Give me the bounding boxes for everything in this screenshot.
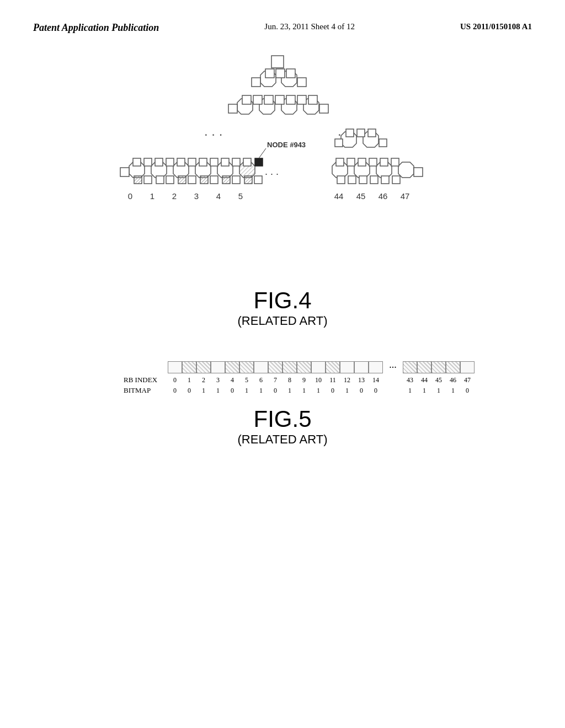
bitmap-table: ··· RB INDEX 0 1 2 3 4 5 6 7 8 9 (124, 361, 475, 395)
svg-rect-32 (144, 158, 152, 166)
svg-rect-19 (297, 95, 306, 104)
svg-text:1: 1 (150, 191, 154, 201)
rb-idx-0: 0 (168, 376, 182, 384)
svg-rect-8 (252, 78, 260, 87)
bitmap-row: BITMAP 0 0 1 1 0 1 1 0 1 1 1 0 1 0 0 1 1… (124, 386, 475, 395)
bm-1: 0 (182, 387, 196, 395)
svg-rect-78 (346, 129, 354, 137)
svg-text:45: 45 (356, 191, 366, 201)
bitmap-cell-4 (225, 361, 239, 373)
rb-idx-7: 7 (268, 376, 282, 384)
rb-idx-45: 45 (431, 376, 446, 384)
rb-idx-47: 47 (460, 376, 475, 384)
svg-rect-20 (308, 95, 317, 104)
svg-rect-41 (243, 158, 251, 166)
fig4-diagram: .sq { fill: #fff; stroke: #555; stroke-w… (84, 50, 481, 282)
bm-6: 1 (254, 387, 268, 395)
bitmap-cell-8 (282, 361, 297, 373)
svg-text:3: 3 (194, 191, 199, 201)
svg-text:0: 0 (128, 191, 132, 201)
fig5-title: FIG.5 (253, 406, 311, 432)
svg-rect-64 (347, 158, 355, 166)
rb-idx-9: 9 (297, 376, 311, 384)
svg-text:2: 2 (172, 191, 177, 201)
svg-rect-55 (210, 176, 218, 184)
rb-idx-8: 8 (282, 376, 297, 384)
svg-rect-42 (120, 168, 129, 176)
rb-idx-11: 11 (326, 376, 340, 384)
svg-line-44 (259, 148, 266, 158)
bitmap-cell-47 (460, 361, 475, 373)
rb-idx-5: 5 (239, 376, 254, 384)
svg-rect-48 (200, 176, 208, 184)
header-patent-number: US 2011/0150108 A1 (460, 22, 532, 31)
svg-rect-17 (275, 95, 284, 104)
rb-idx-46: 46 (446, 376, 460, 384)
bitmap-cell-13 (354, 361, 369, 373)
svg-rect-39 (221, 158, 229, 166)
svg-rect-9 (297, 78, 306, 87)
svg-rect-6 (276, 69, 285, 78)
rb-idx-10: 10 (311, 376, 326, 384)
bitmap-cell-5 (239, 361, 254, 373)
bm-12: 1 (340, 387, 354, 395)
svg-rect-82 (379, 139, 387, 147)
svg-rect-70 (337, 176, 345, 184)
header-date-sheet: Jun. 23, 2011 Sheet 4 of 12 (264, 22, 355, 31)
svg-rect-40 (232, 158, 240, 166)
bm-4: 0 (225, 387, 239, 395)
bm-43: 1 (403, 387, 417, 395)
rb-idx-3: 3 (211, 376, 225, 384)
bitmap-ellipsis: ··· (383, 362, 403, 373)
bm-13: 0 (354, 387, 369, 395)
svg-rect-33 (155, 158, 163, 166)
rb-idx-1: 1 (182, 376, 196, 384)
rb-idx-43: 43 (403, 376, 417, 384)
svg-rect-47 (178, 176, 186, 184)
svg-rect-2 (271, 56, 284, 68)
rb-idx-2: 2 (196, 376, 211, 384)
bitmap-cell-10 (311, 361, 326, 373)
bm-10: 1 (311, 387, 326, 395)
svg-rect-75 (392, 176, 400, 184)
svg-rect-49 (222, 176, 230, 184)
svg-rect-37 (199, 158, 207, 166)
bitmap-label: BITMAP (124, 386, 168, 395)
svg-rect-54 (188, 176, 196, 184)
fig4-container: .sq { fill: #fff; stroke: #555; stroke-w… (33, 50, 532, 350)
svg-rect-66 (369, 158, 377, 166)
rb-index-label: RB INDEX (124, 376, 168, 384)
svg-marker-62 (398, 162, 414, 178)
svg-rect-73 (370, 176, 378, 184)
bitmap-cell-9 (297, 361, 311, 373)
svg-rect-38 (210, 158, 218, 166)
svg-text:· · ·: · · · (265, 168, 279, 179)
page: Patent Application Publication Jun. 23, … (0, 0, 565, 728)
bm-2: 1 (196, 387, 211, 395)
bm-8: 1 (282, 387, 297, 395)
svg-rect-72 (359, 176, 367, 184)
fig5-subtitle: (RELATED ART) (238, 432, 328, 447)
rb-idx-14: 14 (369, 376, 383, 384)
fig5-container: ··· RB INDEX 0 1 2 3 4 5 6 7 8 9 (33, 361, 532, 447)
svg-rect-34 (166, 158, 174, 166)
bm-5: 1 (239, 387, 254, 395)
svg-text:46: 46 (379, 191, 388, 201)
bm-11: 0 (326, 387, 340, 395)
bm-0: 0 (168, 387, 182, 395)
svg-text:· · ·: · · · (204, 126, 222, 141)
svg-text:4: 4 (216, 191, 221, 201)
rb-idx-13: 13 (354, 376, 369, 384)
bm-47: 0 (460, 387, 475, 395)
bm-9: 1 (297, 387, 311, 395)
bitmap-cell-6 (254, 361, 268, 373)
bitmap-cell-2 (196, 361, 211, 373)
bitmap-cell-12 (340, 361, 354, 373)
bm-14: 0 (369, 387, 383, 395)
svg-rect-57 (254, 176, 262, 184)
rb-idx-12: 12 (340, 376, 354, 384)
svg-rect-71 (348, 176, 356, 184)
bm-3: 1 (211, 387, 225, 395)
svg-rect-50 (244, 176, 252, 184)
svg-rect-51 (144, 176, 152, 184)
